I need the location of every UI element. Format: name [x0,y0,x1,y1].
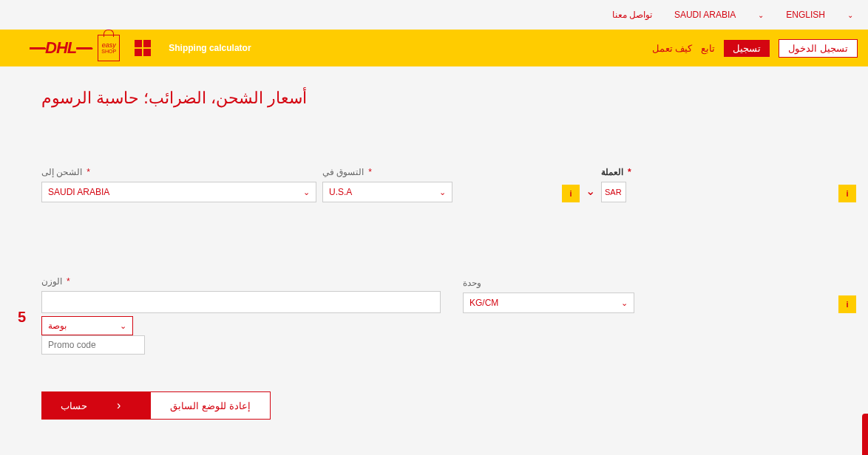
ship-to-select[interactable]: SAUDI ARABIA ⌄ [41,182,316,202]
chevron-right-icon: › [117,399,121,412]
chevron-down-icon: ⌄ [847,11,853,19]
login-button[interactable]: تسجيل الدخول [779,39,858,58]
country-label: SAUDI ARABIA [674,10,736,20]
weight-field: الوزن* [41,276,441,313]
chevron-down-icon: ⌄ [303,188,310,197]
unit-field: وحدة KG/CM ⌄ [463,278,634,313]
top-bar: تواصل معنا SAUDI ARABIA ⌄ ENGLISH ⌄ [0,0,868,30]
easyshop-logo[interactable]: easy SHOP [98,35,120,61]
language-select[interactable]: ENGLISH ⌄ [786,10,853,20]
shop-in-field: التسوق في* U.S.A ⌄ [322,167,452,202]
nav-right: كيف تعمل تابع تسجيل تسجيل الدخول [652,39,868,58]
currency-group: i ⌄ العملة* SAR [562,167,631,202]
shipping-calculator-label: Shipping calculator [169,43,251,53]
info-icon[interactable]: i [838,295,856,313]
nav-how-it-works[interactable]: كيف تعمل [652,43,693,54]
calculate-button[interactable]: حساب › [41,391,150,420]
step-number: 5 [18,309,26,326]
currency-field: العملة* SAR [601,167,631,202]
chevron-down-icon: ⌄ [758,11,764,19]
form-row-2: 5 الوزن* وحدة KG/CM ⌄ i [41,276,827,313]
contact-link[interactable]: تواصل معنا [612,10,652,20]
dimension-select[interactable]: بوصة ⌄ [41,316,133,335]
shop-in-select[interactable]: U.S.A ⌄ [322,182,452,202]
form-area: الشحن إلى* SAUDI ARABIA ⌄ التسوق في* U.S… [41,167,827,420]
unit-value: KG/CM [469,298,498,308]
unit-label: وحدة [463,278,634,288]
currency-value: SAR [605,188,622,196]
content: أسعار الشحن، الضرائب؛ حاسبة الرسوم الشحن… [0,66,868,420]
dhl-logo[interactable]: —DHL— [30,38,92,58]
shop-in-value: U.S.A [329,187,352,197]
easy-text: easy [102,42,116,49]
shop-in-label: التسوق في* [322,167,452,177]
chevron-down-icon: ⌄ [439,188,446,197]
chevron-down-icon: ⌄ [120,321,126,331]
unit-select[interactable]: KG/CM ⌄ [463,292,634,313]
page-title: أسعار الشحن، الضرائب؛ حاسبة الرسوم [41,89,827,108]
currency-label: العملة* [601,167,631,177]
bag-handle-icon [104,30,114,37]
chevron-down-icon: ⌄ [621,298,628,308]
nav-track[interactable]: تابع [701,43,715,54]
info-icon[interactable]: i [562,185,580,202]
button-row: حساب › إعادة للوضع السابق [41,391,827,420]
accent-bar [862,414,868,455]
info-icon[interactable]: i [838,185,856,202]
form-row-1: الشحن إلى* SAUDI ARABIA ⌄ التسوق في* U.S… [41,167,827,202]
promo-input[interactable] [41,335,145,355]
shop-text: SHOP [101,49,116,54]
chevron-down-icon: ⌄ [586,184,595,198]
dhl-logo-text: DHL [45,38,76,57]
weight-input[interactable] [41,291,441,313]
register-button[interactable]: تسجيل [724,40,770,57]
weight-label: الوزن* [41,276,441,287]
apps-grid-icon[interactable] [135,40,151,56]
dimension-value: بوصة [48,321,67,331]
calculate-label: حساب [61,400,87,411]
language-label: ENGLISH [786,10,825,20]
ship-to-value: SAUDI ARABIA [48,187,109,197]
header-bar: —DHL— easy SHOP Shipping calculator كيف … [0,30,868,66]
logo-area: —DHL— easy SHOP Shipping calculator [0,35,251,61]
ship-to-label: الشحن إلى* [41,167,316,177]
reset-button[interactable]: إعادة للوضع السابق [150,391,270,420]
country-select[interactable]: SAUDI ARABIA ⌄ [674,10,764,20]
ship-to-field: الشحن إلى* SAUDI ARABIA ⌄ [41,167,316,202]
currency-select[interactable]: SAR [601,182,626,202]
sub-row: بوصة ⌄ [41,316,827,355]
